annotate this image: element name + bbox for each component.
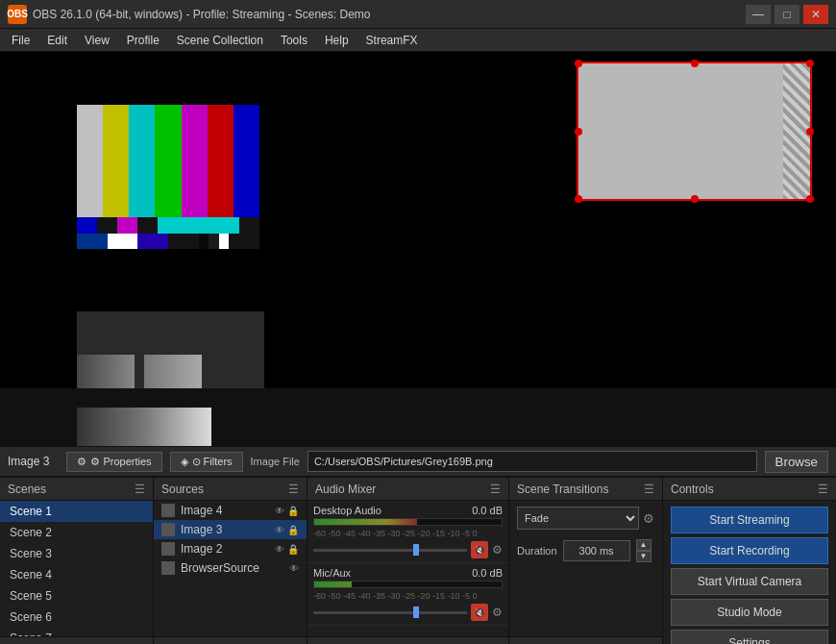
mic-mute-button[interactable]: 🔇: [471, 604, 488, 621]
image-icon: [161, 504, 175, 517]
window-controls: — □ ✕: [746, 5, 828, 24]
path-input[interactable]: [307, 451, 757, 472]
duration-input[interactable]: [563, 540, 630, 561]
menu-edit[interactable]: Edit: [39, 32, 75, 49]
gear-icon: ⚙: [77, 456, 86, 468]
studio-mode-button[interactable]: Studio Mode: [671, 599, 828, 626]
menu-streamfx[interactable]: StreamFX: [358, 32, 426, 49]
remove-source-button[interactable]: −: [179, 641, 194, 645]
source-eye-btn-2[interactable]: 👁: [275, 544, 284, 555]
selected-source-name: Image 3: [8, 455, 49, 468]
browse-button[interactable]: Browse: [765, 451, 828, 473]
bar-white: [77, 105, 103, 217]
mic-fader-knob[interactable]: [413, 607, 419, 618]
menu-profile[interactable]: Profile: [119, 32, 167, 49]
add-source-button[interactable]: +: [160, 641, 175, 645]
transitions-content: Fade Cut Swipe Slide ⚙ Duration ▲ ▼: [509, 501, 662, 636]
scene-item-2[interactable]: Scene 2: [0, 522, 153, 543]
bottom-black: [0, 388, 836, 446]
window-title: OBS 26.1.0 (64-bit, windows) - Profile: …: [33, 8, 746, 21]
scenes-list: Scene 1 Scene 2 Scene 3 Scene 4 Scene 5 …: [0, 501, 153, 636]
sources-header: Sources ☰: [154, 478, 307, 501]
bar-blue: [234, 105, 259, 217]
source-lock-btn-3[interactable]: 🔒: [287, 525, 299, 535]
source-settings-button[interactable]: ⚙: [198, 641, 218, 645]
source-down-button[interactable]: ∨: [243, 641, 260, 645]
menu-view[interactable]: View: [77, 32, 117, 49]
desktop-settings-button[interactable]: ⚙: [492, 543, 503, 557]
scene-down-button[interactable]: ∨: [65, 641, 83, 645]
source-eye-btn-4[interactable]: 👁: [275, 506, 284, 516]
start-recording-button[interactable]: Start Recording: [671, 537, 828, 564]
remove-scene-button[interactable]: −: [25, 641, 40, 645]
source-lock-btn-2[interactable]: 🔒: [287, 544, 299, 555]
handle-mr[interactable]: [806, 128, 814, 136]
scene-item-5[interactable]: Scene 5: [0, 585, 153, 607]
selected-image[interactable]: [577, 62, 812, 201]
source-item-image3[interactable]: Image 3 👁 🔒: [154, 520, 307, 539]
scene-item-1[interactable]: Scene 1: [0, 501, 153, 522]
desktop-fader-knob[interactable]: [413, 544, 419, 556]
minimize-button[interactable]: —: [746, 5, 771, 24]
mixer-menu-icon[interactable]: ☰: [490, 483, 501, 496]
transition-select[interactable]: Fade Cut Swipe Slide: [517, 507, 639, 530]
titlebar: OBS OBS 26.1.0 (64-bit, windows) - Profi…: [0, 0, 836, 29]
source-lock-btn-4[interactable]: 🔒: [287, 506, 299, 516]
desktop-mute-button[interactable]: 🔇: [471, 541, 488, 558]
properties-button[interactable]: ⚙ ⚙ Properties: [66, 452, 161, 472]
menubar: File Edit View Profile Scene Collection …: [0, 29, 836, 52]
maximize-button[interactable]: □: [775, 5, 799, 24]
scene-up-button[interactable]: ∧: [44, 641, 61, 645]
desktop-fader[interactable]: [313, 549, 467, 552]
mixer-content: Desktop Audio 0.0 dB -60 -50 -45 -40 -35…: [307, 501, 508, 636]
source-eye-btn-browser[interactable]: 👁: [289, 563, 299, 574]
add-scene-button[interactable]: +: [6, 641, 21, 645]
scene-item-3[interactable]: Scene 3: [0, 543, 153, 564]
handle-tm[interactable]: [691, 60, 699, 67]
handle-bl[interactable]: [575, 195, 582, 203]
start-streaming-button[interactable]: Start Streaming: [671, 507, 828, 533]
transitions-footer: [509, 636, 662, 644]
mic-fader[interactable]: [313, 611, 467, 614]
menu-help[interactable]: Help: [317, 32, 357, 49]
transition-settings-button[interactable]: ⚙: [643, 511, 654, 526]
duration-down-button[interactable]: ▼: [636, 551, 652, 562]
source-item-image2[interactable]: Image 2 👁 🔒: [154, 539, 307, 558]
scene-item-7[interactable]: Scene 7: [0, 628, 153, 636]
handle-ml[interactable]: [575, 128, 582, 136]
sources-list: Image 4 👁 🔒 Image 3 👁 🔒 Image 2 👁: [154, 501, 307, 636]
handle-tl[interactable]: [575, 60, 582, 67]
mic-settings-button[interactable]: ⚙: [492, 606, 503, 619]
source-eye-btn-3[interactable]: 👁: [275, 525, 284, 535]
scene-item-4[interactable]: Scene 4: [0, 564, 153, 585]
source-up-button[interactable]: ∧: [222, 641, 239, 645]
bar-green: [155, 105, 181, 217]
source-item-browser[interactable]: BrowserSource 👁: [154, 558, 307, 578]
mic-aux-label: Mic/Aux: [313, 567, 351, 579]
handle-br[interactable]: [806, 195, 814, 203]
start-virtual-camera-button[interactable]: Start Virtual Camera: [671, 568, 828, 595]
controls-content: Start Streaming Start Recording Start Vi…: [663, 501, 836, 644]
source-item-image4[interactable]: Image 4 👁 🔒: [154, 501, 307, 520]
settings-button[interactable]: Settings: [671, 630, 828, 644]
menu-tools[interactable]: Tools: [273, 32, 315, 49]
controls-menu-icon[interactable]: ☰: [818, 483, 828, 496]
transitions-menu-icon[interactable]: ☰: [644, 483, 654, 496]
bar-yellow: [103, 105, 129, 217]
duration-up-button[interactable]: ▲: [636, 539, 652, 551]
mixer-footer: [307, 636, 508, 644]
sources-menu-icon[interactable]: ☰: [288, 483, 299, 496]
scenes-menu-icon[interactable]: ☰: [135, 483, 145, 496]
bar-cyan: [129, 105, 155, 217]
sources-footer: + − ⚙ ∧ ∨: [154, 636, 307, 644]
close-button[interactable]: ✕: [803, 5, 828, 24]
menu-scene-collection[interactable]: Scene Collection: [169, 32, 271, 49]
inner-black-top: [259, 52, 452, 105]
handle-tr[interactable]: [806, 60, 814, 67]
handle-bm[interactable]: [691, 195, 699, 203]
bar-magenta: [182, 105, 208, 217]
filters-button[interactable]: ◈ ⊙ Filters: [170, 452, 243, 472]
scene-item-6[interactable]: Scene 6: [0, 607, 153, 628]
filter-icon: ◈: [181, 456, 188, 468]
menu-file[interactable]: File: [4, 32, 37, 49]
